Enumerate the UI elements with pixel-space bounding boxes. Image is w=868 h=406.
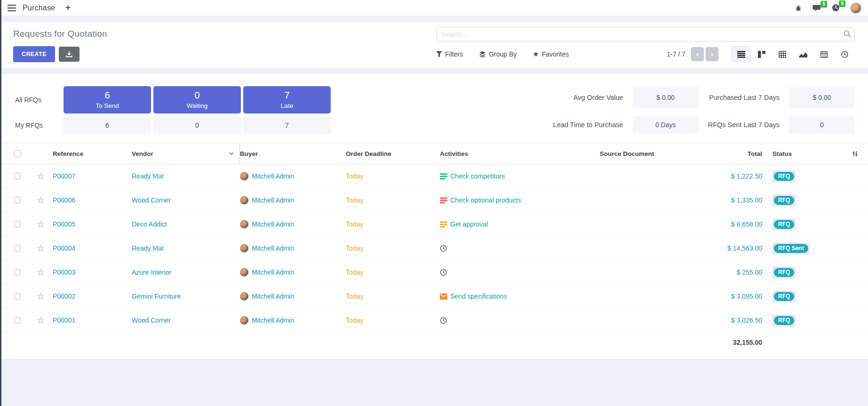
vendor-link[interactable]: Ready Mat xyxy=(132,172,164,180)
activity-list-icon[interactable] xyxy=(440,221,447,227)
table-row[interactable]: ☆ P00004 Ready Mat Mitchell Admin Today … xyxy=(0,236,868,260)
column-header-reference[interactable]: Reference xyxy=(53,143,132,164)
favorite-star-icon[interactable]: ☆ xyxy=(37,268,44,276)
reference-link[interactable]: P00001 xyxy=(53,317,75,324)
row-checkbox[interactable] xyxy=(14,269,21,276)
activity-clock-icon[interactable] xyxy=(440,269,447,276)
kpi-purchased-7days: $ 0.00 xyxy=(789,87,855,108)
table-row[interactable]: ☆ P00007 Ready Mat Mitchell Admin Today … xyxy=(0,164,868,188)
search-icon[interactable] xyxy=(844,30,851,38)
reference-link[interactable]: P00002 xyxy=(53,292,75,300)
buyer-link[interactable]: Mitchell Admin xyxy=(252,220,294,228)
app-name[interactable]: Purchase xyxy=(23,4,55,12)
reference-link[interactable]: P00005 xyxy=(53,220,75,228)
messages-icon[interactable]: 5 xyxy=(812,4,821,12)
row-checkbox[interactable] xyxy=(14,245,21,252)
rfq-list: Reference Vendor Buyer Order Deadline Ac… xyxy=(0,143,868,352)
column-header-source-document[interactable]: Source Document xyxy=(581,143,673,164)
search-input[interactable] xyxy=(436,27,855,41)
activity-clock-icon[interactable] xyxy=(440,245,447,252)
buyer-link[interactable]: Mitchell Admin xyxy=(252,172,294,180)
my-to-send-tile[interactable]: 6 xyxy=(64,116,151,134)
activities-clock-icon[interactable]: 9 xyxy=(832,4,840,12)
row-checkbox[interactable] xyxy=(14,173,21,179)
buyer-link[interactable]: Mitchell Admin xyxy=(252,317,294,324)
pager-next-button[interactable]: › xyxy=(706,47,718,61)
vendor-link[interactable]: Deco Addict xyxy=(132,220,167,228)
optional-columns-icon[interactable] xyxy=(852,150,859,157)
buyer-link[interactable]: Mitchell Admin xyxy=(252,268,294,276)
table-row[interactable]: ☆ P00005 Deco Addict Mitchell Admin Toda… xyxy=(0,212,868,236)
activity-label[interactable]: Send specifications xyxy=(450,292,507,300)
new-tab-icon[interactable]: + xyxy=(65,3,71,13)
reference-link[interactable]: P00003 xyxy=(53,268,75,276)
row-checkbox[interactable] xyxy=(14,221,21,227)
group-by-button[interactable]: Group By xyxy=(479,50,517,58)
reference-link[interactable]: P00004 xyxy=(53,244,75,252)
buyer-link[interactable]: Mitchell Admin xyxy=(252,292,294,300)
row-checkbox[interactable] xyxy=(14,317,21,324)
vendor-link[interactable]: Wood Corner xyxy=(132,317,171,324)
favorites-button[interactable]: ★ Favorites xyxy=(533,50,569,58)
reference-link[interactable]: P00006 xyxy=(53,196,75,204)
pager-previous-button[interactable]: ‹ xyxy=(691,47,704,61)
vendor-link[interactable]: Wood Corner xyxy=(132,196,171,204)
activity-view-icon[interactable] xyxy=(834,46,855,63)
favorite-star-icon[interactable]: ☆ xyxy=(37,220,44,228)
to-send-tile[interactable]: 6 To Send xyxy=(64,86,151,114)
buyer-link[interactable]: Mitchell Admin xyxy=(252,244,294,252)
activity-label[interactable]: Get approval xyxy=(450,220,488,228)
vendor-link[interactable]: Ready Mat xyxy=(132,244,164,252)
table-row[interactable]: ☆ P00006 Wood Corner Mitchell Admin Toda… xyxy=(0,188,868,212)
activity-list-icon[interactable] xyxy=(440,173,447,179)
column-header-order-deadline[interactable]: Order Deadline xyxy=(346,143,440,164)
select-all-checkbox[interactable] xyxy=(14,150,21,157)
export-button[interactable] xyxy=(59,47,80,62)
row-checkbox[interactable] xyxy=(14,293,21,300)
activity-label[interactable]: Check optional products xyxy=(450,196,521,204)
footer-total-sum: 32,155.00 xyxy=(733,339,762,346)
table-row[interactable]: ☆ P00002 Gemini Furniture Mitchell Admin… xyxy=(0,284,868,309)
vendor-link[interactable]: Gemini Furniture xyxy=(132,292,181,300)
calendar-view-icon[interactable] xyxy=(813,46,834,63)
activity-clock-icon[interactable] xyxy=(440,317,447,324)
graph-view-icon[interactable] xyxy=(793,46,813,63)
buyer-link[interactable]: Mitchell Admin xyxy=(252,196,294,204)
activity-mail-icon[interactable] xyxy=(440,293,447,300)
waiting-tile[interactable]: 0 Waiting xyxy=(153,86,241,114)
kanban-view-icon[interactable] xyxy=(751,46,772,63)
favorite-star-icon[interactable]: ☆ xyxy=(37,316,44,325)
column-header-buyer[interactable]: Buyer xyxy=(240,143,346,164)
column-header-activities[interactable]: Activities xyxy=(440,143,581,164)
filters-button[interactable]: Filters xyxy=(436,50,463,58)
create-button[interactable]: CREATE xyxy=(13,46,55,62)
kpi-avg-order-value: $ 0.00 xyxy=(633,87,699,108)
favorite-star-icon[interactable]: ☆ xyxy=(37,292,44,300)
download-icon xyxy=(66,51,72,57)
buyer-avatar xyxy=(240,244,248,252)
status-badge: RFQ xyxy=(774,268,794,277)
user-avatar[interactable] xyxy=(850,2,861,14)
list-view-icon[interactable] xyxy=(731,46,751,63)
activity-list-icon[interactable] xyxy=(440,197,447,203)
favorite-star-icon[interactable]: ☆ xyxy=(37,172,44,180)
all-rfqs-filter[interactable]: All RFQs xyxy=(15,96,61,104)
my-rfqs-filter[interactable]: My RFQs xyxy=(15,122,61,129)
activity-label[interactable]: Check competitors xyxy=(450,172,505,180)
late-tile[interactable]: 7 Late xyxy=(243,86,331,114)
vendor-link[interactable]: Azure Interior xyxy=(132,268,171,276)
favorite-star-icon[interactable]: ☆ xyxy=(37,196,44,204)
table-row[interactable]: ☆ P00001 Wood Corner Mitchell Admin Toda… xyxy=(0,309,868,333)
column-header-status[interactable]: Status xyxy=(762,143,842,164)
hamburger-menu-icon[interactable] xyxy=(8,5,16,11)
my-waiting-tile[interactable]: 0 xyxy=(153,116,241,134)
column-header-vendor[interactable]: Vendor xyxy=(132,143,240,164)
reference-link[interactable]: P00007 xyxy=(53,172,75,180)
table-row[interactable]: ☆ P00003 Azure Interior Mitchell Admin T… xyxy=(0,260,868,284)
pivot-view-icon[interactable] xyxy=(772,46,793,63)
column-header-total[interactable]: Total xyxy=(673,143,762,164)
debug-bug-icon[interactable] xyxy=(795,4,802,12)
row-checkbox[interactable] xyxy=(14,197,21,203)
favorite-star-icon[interactable]: ☆ xyxy=(37,244,44,252)
my-late-tile[interactable]: 7 xyxy=(243,116,331,134)
